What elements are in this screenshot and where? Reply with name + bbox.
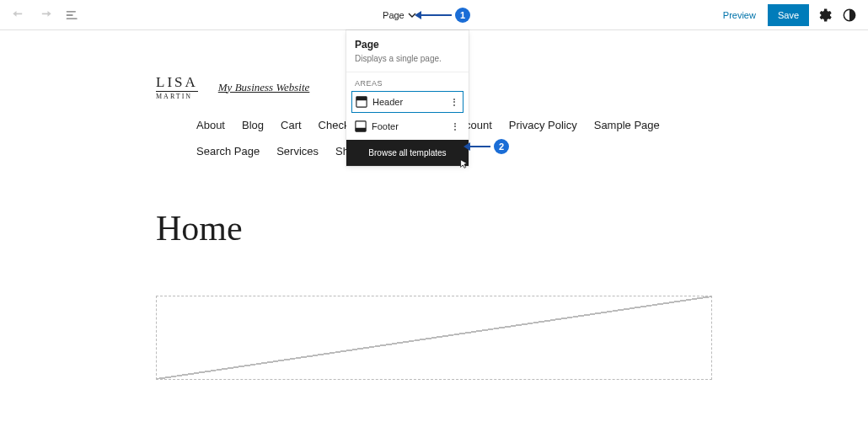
settings-button[interactable] — [814, 5, 834, 25]
nav-item[interactable]: Cart — [281, 119, 302, 131]
template-dropdown-header: Page Displays a single page. — [346, 30, 469, 72]
nav-item[interactable]: Sample Page — [594, 119, 660, 131]
site-logo-bottom: MARTIN — [156, 91, 198, 100]
chevron-down-icon — [408, 11, 416, 19]
nav-item[interactable]: About — [196, 119, 225, 131]
nav-item[interactable]: Blog — [242, 119, 264, 131]
site-title[interactable]: My Business Website — [218, 81, 310, 94]
svg-rect-4 — [356, 128, 366, 131]
template-selector-label: Page — [383, 10, 405, 20]
undo-button[interactable] — [8, 5, 29, 25]
list-view-button[interactable] — [62, 5, 83, 25]
area-item-menu-button[interactable] — [449, 99, 459, 106]
area-item-label: Footer — [372, 121, 445, 131]
topbar-left-tools — [8, 5, 83, 25]
area-item-header[interactable]: Header — [351, 91, 463, 113]
gear-icon — [816, 7, 833, 24]
redo-icon — [37, 7, 54, 24]
save-button[interactable]: Save — [768, 4, 809, 26]
area-item-label: Header — [372, 97, 444, 107]
topbar-center: Page — [83, 7, 716, 24]
template-selector[interactable]: Page — [378, 7, 421, 24]
browse-all-templates-button[interactable]: Browse all templates — [346, 140, 469, 166]
nav-item[interactable]: Search Page — [196, 145, 260, 157]
template-dropdown: Page Displays a single page. AREAS Heade… — [346, 30, 469, 166]
svg-rect-2 — [356, 97, 367, 100]
list-view-icon — [64, 7, 81, 24]
nav-item[interactable]: Services — [276, 145, 319, 157]
area-item-footer[interactable]: Footer — [351, 116, 463, 136]
site-logo[interactable]: LISA MARTIN — [156, 74, 198, 100]
editor-topbar: Page Preview Save — [0, 0, 868, 30]
footer-icon — [355, 120, 367, 132]
redo-button[interactable] — [35, 5, 56, 25]
preview-link[interactable]: Preview — [716, 5, 763, 25]
area-item-menu-button[interactable] — [450, 123, 460, 131]
nav-item[interactable]: Privacy Policy — [509, 119, 577, 131]
header-icon — [356, 96, 367, 108]
areas-section-label: AREAS — [346, 72, 469, 91]
undo-icon — [10, 7, 27, 24]
cursor-icon — [458, 158, 470, 170]
content-placeholder-block[interactable] — [156, 296, 712, 380]
contrast-icon — [841, 7, 858, 24]
page-title[interactable]: Home — [156, 208, 712, 248]
template-dropdown-description: Displays a single page. — [355, 54, 460, 63]
styles-button[interactable] — [839, 5, 860, 25]
site-logo-top: LISA — [156, 74, 198, 91]
browse-all-label: Browse all templates — [368, 148, 446, 157]
topbar-right-actions: Preview Save — [716, 4, 860, 26]
template-dropdown-title: Page — [355, 39, 460, 51]
